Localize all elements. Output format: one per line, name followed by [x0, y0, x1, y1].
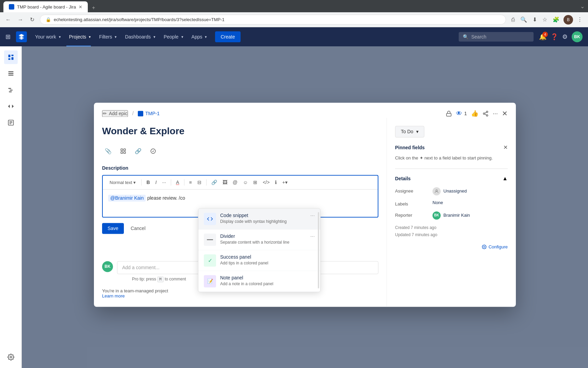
text-style-label: Normal text — [110, 180, 132, 185]
mention-tag: @Branimir Kain — [108, 195, 146, 202]
projects-nav[interactable]: Projects ▾ — [66, 27, 91, 46]
share-button[interactable] — [483, 111, 489, 117]
active-tab[interactable]: TMP board - Agile board - Jira ✕ — [3, 1, 88, 12]
code-snippet-desc: Display code with syntax highlighting — [220, 219, 306, 225]
success-panel-icon: ✓ — [204, 255, 216, 267]
issue-title[interactable]: Wonder & Explore — [102, 126, 378, 137]
assignee-name: Unassigned — [443, 189, 467, 194]
editor-content[interactable]: @Branimir Kain please review. /co Code — [103, 190, 378, 217]
issue-type-badge[interactable]: TMP-1 — [138, 111, 160, 117]
svg-line-20 — [485, 112, 486, 113]
assignee-value[interactable]: Unassigned — [432, 187, 467, 195]
child-issue-button[interactable] — [117, 145, 129, 157]
create-button[interactable]: Create — [215, 31, 240, 42]
toolbar-divider-4 — [206, 180, 207, 186]
people-nav[interactable]: People ▾ — [161, 27, 183, 46]
dashboards-nav[interactable]: Dashboards ▾ — [122, 27, 156, 46]
close-tab-button[interactable]: ✕ — [79, 4, 82, 10]
search-box[interactable]: 🔍 Search — [459, 32, 534, 42]
address-bar: ← → ↻ 🔒 echelontesting.atlassian.net/jir… — [0, 12, 588, 27]
zoom-icon[interactable]: 🔍 — [519, 15, 528, 24]
notifications-button[interactable]: 🔔 4 — [539, 33, 546, 41]
your-work-nav[interactable]: Your work ▾ — [32, 27, 61, 46]
refresh-button[interactable]: ↻ — [29, 15, 36, 24]
forward-button[interactable]: → — [16, 15, 24, 24]
bookmark-icon[interactable]: ☆ — [541, 15, 549, 24]
user-avatar-button[interactable]: BK — [572, 31, 583, 42]
slash-menu-item-note[interactable]: 📝 Note panel Add a note in a colored pan… — [198, 271, 320, 292]
slash-menu-item-divider[interactable]: Divider Separate content with a horizont… — [198, 230, 320, 250]
lock-button[interactable] — [446, 111, 452, 117]
more-formatting-button[interactable]: ··· — [160, 179, 168, 187]
extensions-icon[interactable]: 🧩 — [551, 15, 561, 24]
pinned-fields-close-button[interactable]: ✕ — [503, 144, 508, 151]
details-header[interactable]: Details ▲ — [395, 175, 508, 182]
slash-menu-item-code[interactable]: Code snippet Display code with syntax hi… — [198, 209, 320, 230]
help-button[interactable]: ❓ — [551, 33, 558, 41]
divider-dots: ··· — [310, 234, 315, 240]
checkmark-button[interactable] — [147, 145, 159, 157]
sidebar-item-roadmap[interactable] — [4, 83, 18, 97]
apps-nav[interactable]: Apps ▾ — [189, 27, 207, 46]
modal-body: Wonder & Explore 📎 🔗 Description — [94, 118, 516, 307]
action-icons-row: 📎 🔗 — [102, 145, 378, 157]
note-panel-text: Note panel Add a note in a colored panel — [220, 275, 315, 287]
emoji-button[interactable]: ☺ — [241, 179, 250, 187]
grid-menu-button[interactable]: ⊞ — [5, 33, 11, 41]
code-button[interactable]: </> — [261, 179, 272, 187]
link-toolbar-button[interactable]: 🔗 — [209, 179, 219, 187]
table-button[interactable]: ⊞ — [251, 179, 259, 187]
url-bar[interactable]: 🔒 echelontesting.atlassian.net/jira/soft… — [40, 15, 506, 25]
sidebar-item-pages[interactable] — [4, 116, 18, 129]
status-button[interactable]: To Do ▾ — [395, 126, 424, 138]
sidebar-item-code[interactable] — [4, 99, 18, 113]
mention-button[interactable]: @ — [231, 179, 240, 187]
image-button[interactable]: 🖼 — [220, 179, 229, 187]
numbered-list-button[interactable]: ⊟ — [195, 179, 203, 187]
back-button[interactable]: ← — [4, 15, 12, 24]
labels-text: None — [432, 200, 443, 205]
download-icon[interactable]: ⬇ — [531, 15, 538, 24]
link-button[interactable]: 🔗 — [132, 145, 144, 157]
new-tab-button[interactable]: + — [89, 3, 98, 12]
code-snippet-text: Code snippet Display code with syntax hi… — [220, 213, 306, 225]
comment-placeholder-text: Add a comment... — [122, 265, 160, 271]
svg-line-19 — [485, 114, 486, 115]
text-style-dropdown[interactable]: Normal text ▾ — [107, 179, 138, 186]
sidebar-item-settings[interactable] — [4, 350, 18, 364]
configure-button[interactable]: Configure — [482, 243, 508, 249]
more-toolbar-button[interactable]: +▾ — [280, 179, 289, 187]
cast-icon[interactable]: ⎙ — [510, 15, 516, 24]
attachment-button[interactable]: 📎 — [102, 145, 114, 157]
browser-actions: ⎙ 🔍 ⬇ ☆ 🧩 B ⋮ — [510, 15, 584, 25]
svg-rect-4 — [8, 71, 13, 72]
more-options-button[interactable]: ··· — [493, 110, 498, 117]
like-button[interactable]: 👍 — [471, 110, 478, 118]
modal-close-button[interactable]: ✕ — [502, 110, 508, 118]
labels-value[interactable]: None — [432, 200, 443, 205]
nav-right-icons: 🔔 4 ❓ ⚙ BK — [539, 31, 583, 42]
sidebar-item-board[interactable] — [4, 50, 18, 64]
svg-rect-5 — [8, 73, 13, 74]
text-color-button[interactable]: A — [174, 179, 181, 187]
sidebar-item-backlog[interactable] — [4, 67, 18, 80]
labels-label: Labels — [395, 200, 432, 206]
bold-button[interactable]: B — [144, 179, 152, 187]
jira-logo[interactable] — [16, 31, 27, 42]
filters-nav[interactable]: Filters ▾ — [96, 27, 117, 46]
watch-button[interactable]: 👁 1 — [456, 110, 467, 117]
menu-icon[interactable]: ⋮ — [576, 15, 584, 24]
italic-button[interactable]: I — [153, 179, 159, 187]
settings-button[interactable]: ⚙ — [562, 33, 568, 41]
reporter-value[interactable]: BK Branimir Kain — [432, 211, 470, 219]
slash-menu: Code snippet Display code with syntax hi… — [198, 209, 321, 292]
save-button[interactable]: Save — [102, 223, 124, 234]
learn-more-link[interactable]: Learn more — [102, 294, 125, 299]
slash-menu-item-success[interactable]: ✓ Success panel Add tips in a colored pa… — [198, 250, 320, 271]
bullet-list-button[interactable]: ≡ — [187, 179, 194, 187]
cancel-button[interactable]: Cancel — [127, 223, 150, 234]
info-button[interactable]: ℹ — [273, 179, 279, 187]
svg-rect-22 — [124, 149, 126, 151]
profile-avatar[interactable]: B — [564, 15, 573, 25]
add-epic-button[interactable]: ✏ Add epic — [102, 110, 128, 117]
